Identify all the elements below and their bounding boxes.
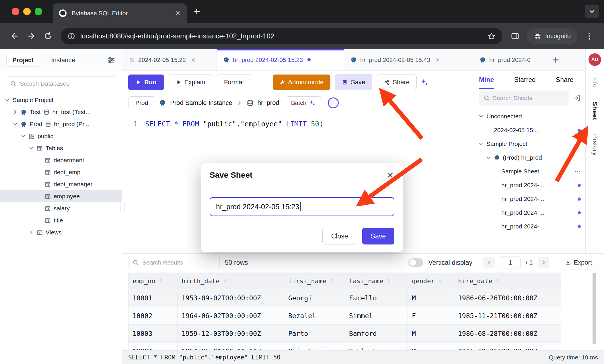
sheet-item[interactable]: hr_prod 2024-...	[473, 220, 585, 233]
export-button[interactable]: Export	[559, 256, 598, 269]
chevron-right-icon[interactable]	[29, 230, 34, 235]
more-menu-icon[interactable]	[574, 168, 581, 175]
sheet-name-input[interactable]: hr_prod 2024-02-05 15:23	[210, 197, 394, 216]
format-button[interactable]: Format	[217, 75, 251, 90]
tree-item-title[interactable]: title	[0, 214, 122, 226]
sheet-item[interactable]: (Prod) hr_prod	[473, 151, 585, 165]
user-avatar[interactable]: AD	[589, 53, 601, 66]
column-header-hire_date[interactable]: hire_date	[454, 273, 561, 289]
browser-tab[interactable]: Bytebase SQL Editor	[53, 3, 187, 23]
sheet-tab-Share[interactable]: Share	[556, 71, 573, 89]
sort-icon[interactable]	[495, 278, 500, 283]
vertical-display-toggle[interactable]	[408, 258, 423, 267]
panel-resize-handle[interactable]	[120, 201, 124, 213]
address-bar[interactable]: localhost:8080/sql-editor/prod-sample-in…	[61, 28, 502, 44]
back-button[interactable]	[10, 32, 19, 40]
tree-item-Test[interactable]: Testhr_test (Test...	[0, 106, 122, 118]
chevron-down-icon[interactable]	[5, 97, 10, 103]
bookmark-star-icon[interactable]	[488, 32, 495, 40]
tab-project[interactable]: Project	[6, 54, 40, 66]
query-tab[interactable]: 2024-02-05 15:22	[122, 49, 217, 70]
instance-name[interactable]: Prod Sample Instance	[170, 99, 232, 107]
site-info-icon[interactable]	[68, 32, 75, 40]
database-name[interactable]: hr_prod	[258, 99, 279, 107]
sheet-tab-Starred[interactable]: Starred	[514, 71, 535, 89]
query-tab[interactable]: hr_prod 2024-02-05 15:43	[344, 49, 473, 70]
assistant-icon[interactable]	[328, 97, 339, 108]
database-search-input[interactable]: Search Databases	[6, 76, 116, 91]
run-button[interactable]: Run	[128, 75, 164, 90]
new-tab-button[interactable]	[193, 7, 201, 15]
vertical-tab-History[interactable]: History	[591, 134, 599, 156]
tab-close-icon[interactable]	[175, 10, 181, 16]
tree-item-dept_emp[interactable]: dept_emp	[0, 166, 122, 178]
explain-button[interactable]: Explain	[169, 75, 212, 90]
tree-item-Prod[interactable]: Prodhr_prod (Pr...	[0, 118, 122, 130]
prev-page-button[interactable]	[483, 257, 495, 268]
dialog-save-button[interactable]: Save	[362, 228, 394, 244]
sheet-search-input[interactable]: Search Sheets	[479, 91, 569, 105]
batch-button[interactable]: Batch	[286, 96, 321, 109]
next-page-button[interactable]	[538, 257, 549, 268]
sort-icon[interactable]	[437, 278, 443, 283]
sheet-item[interactable]: Sample Project	[473, 137, 585, 151]
forward-button[interactable]	[27, 32, 36, 40]
chevron-down-icon[interactable]	[21, 134, 26, 139]
tree-item-dept_manager[interactable]: dept_manager	[0, 178, 122, 190]
tree-item-salary[interactable]: salary	[0, 202, 122, 214]
column-header-emp_no[interactable]: emp_no	[128, 273, 178, 289]
save-button[interactable]: Save	[335, 75, 372, 90]
vertical-tab-Info[interactable]: Info	[591, 76, 599, 88]
sheet-item[interactable]: hr_prod 2024-...	[473, 192, 585, 206]
tree-item-department[interactable]: department	[0, 154, 122, 166]
page-input[interactable]: 1	[500, 256, 521, 269]
sort-icon[interactable]	[386, 278, 391, 283]
tree-item-Views[interactable]: Views	[0, 226, 122, 238]
close-window-button[interactable]	[12, 8, 19, 15]
dialog-close-button[interactable]: Close	[322, 228, 357, 244]
chevron-down-icon[interactable]	[486, 155, 491, 160]
chevron-down-icon[interactable]	[13, 122, 18, 127]
chevron-down-icon[interactable]	[29, 146, 34, 151]
column-header-gender[interactable]: gender	[408, 273, 454, 289]
sort-icon[interactable]	[222, 278, 227, 283]
ai-sparkles-icon[interactable]	[421, 78, 429, 86]
tree-item-Sample Project[interactable]: Sample Project	[0, 94, 122, 106]
vertical-tab-Sheet[interactable]: Sheet	[591, 102, 599, 120]
tab-search-button[interactable]	[585, 5, 599, 18]
sheet-item[interactable]: Sample Sheet	[473, 165, 585, 178]
sheet-item[interactable]: Unconnected	[473, 109, 585, 123]
environment-chip[interactable]: Prod	[128, 96, 155, 109]
dialog-close-icon[interactable]	[386, 171, 394, 179]
minimize-window-button[interactable]	[23, 8, 31, 15]
sheet-tab-Mine[interactable]: Mine	[479, 71, 494, 89]
sql-editor[interactable]: 1 SELECT * FROM "public"."employee" LIMI…	[122, 119, 473, 129]
filter-icon[interactable]	[107, 56, 116, 64]
zoom-window-button[interactable]	[35, 8, 42, 15]
sheet-item[interactable]: 2024-02-05 15:...	[473, 123, 585, 137]
results-scrollbar[interactable]	[593, 273, 596, 344]
browser-menu-icon[interactable]	[585, 32, 594, 40]
tree-item-public[interactable]: public	[0, 130, 122, 142]
query-tab[interactable]: hr_prod 2024-0	[473, 49, 548, 70]
chevron-right-icon[interactable]	[13, 109, 18, 115]
side-panel-icon[interactable]	[511, 32, 519, 40]
tab-instance[interactable]: Instance	[51, 56, 75, 64]
new-query-tab-button[interactable]	[552, 56, 560, 64]
results-search-input[interactable]: Search Results	[128, 256, 220, 269]
sheet-item[interactable]: hr_prod 2024-...	[473, 206, 585, 220]
sort-icon[interactable]	[329, 278, 334, 283]
sort-icon[interactable]	[158, 278, 163, 283]
tree-item-employee[interactable]: employee	[0, 190, 122, 202]
close-icon[interactable]	[435, 57, 441, 63]
query-tab[interactable]: hr_prod 2024-02-05 15:23	[217, 49, 344, 70]
column-header-birth_date[interactable]: birth_date	[178, 273, 284, 289]
collapse-panel-icon[interactable]	[573, 94, 581, 102]
close-icon[interactable]	[190, 57, 196, 63]
sheet-item[interactable]: hr_prod 2024-...	[473, 178, 585, 192]
reload-button[interactable]	[44, 32, 52, 40]
chevron-down-icon[interactable]	[478, 114, 484, 119]
tree-item-Tables[interactable]: Tables	[0, 142, 122, 154]
column-header-last_name[interactable]: last_name	[345, 273, 408, 289]
chevron-down-icon[interactable]	[478, 141, 484, 146]
